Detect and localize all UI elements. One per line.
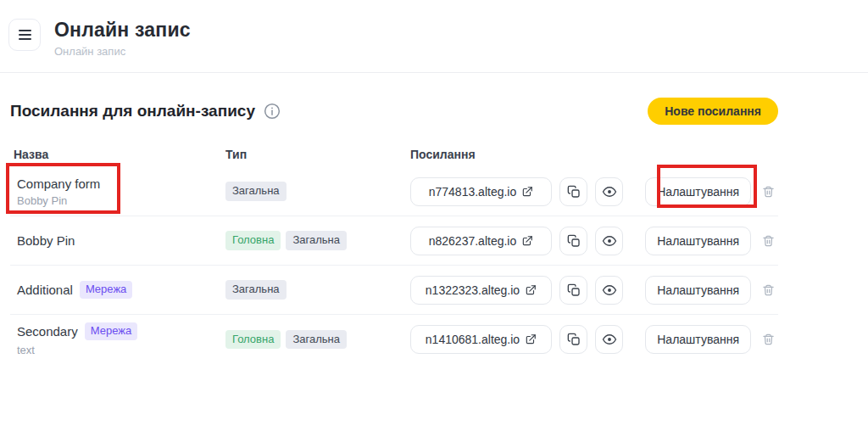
link-name: Bobby Pin [17,233,75,248]
link-url: n774813.alteg.io [429,185,517,199]
link-cell: n774813.alteg.io [410,177,643,206]
link-subtitle: Bobby Pin [17,194,225,207]
settings-button[interactable]: Налаштування [645,227,751,255]
copy-icon [567,234,581,248]
link-cell: n1322323.alteg.io [410,276,643,305]
delete-button[interactable] [762,333,775,346]
copy-icon [567,333,581,346]
online-booking-page: Онлайн запис Онлайн запис Посилання для … [0,0,868,437]
menu-button[interactable] [8,19,41,51]
type-cell: Головна Загальна [225,231,410,250]
link-pill[interactable]: n1322323.alteg.io [410,276,552,305]
column-header-link: Посилання [410,148,476,161]
type-badge: Загальна [225,182,287,201]
type-cell: Головна Загальна [225,330,410,350]
table-row: Company form Bobby Pin Загальна n774813.… [10,167,778,216]
actions-cell: Налаштування [645,276,778,305]
hamburger-icon [19,30,31,31]
link-url: n1410681.alteg.io [426,333,520,346]
copy-button[interactable] [559,177,587,206]
settings-button[interactable]: Налаштування [645,276,751,305]
copy-icon [567,185,581,199]
table-header: Назва Тип Посилання [10,148,778,167]
column-header-type: Тип [225,148,410,161]
settings-button[interactable]: Налаштування [645,325,751,354]
type-badge-main: Головна [225,231,281,250]
eye-button[interactable] [595,325,623,354]
link-url: n1322323.alteg.io [426,283,520,297]
link-name: Secondary [17,324,78,339]
link-name: Additional [17,283,73,297]
name-cell: Secondary Мережа text [10,322,225,356]
section-header: Посилання для онлайн-запису Нове посилан… [10,97,778,126]
page-subtitle: Онлайн запис [54,45,191,58]
column-header-name: Назва [10,148,225,161]
link-url: n826237.alteg.io [429,234,517,248]
settings-button[interactable]: Налаштування [645,177,751,206]
trash-icon [762,333,775,346]
actions-cell: Налаштування [645,177,778,206]
copy-button[interactable] [559,276,587,305]
link-name: Company form [17,176,100,191]
eye-icon [602,233,617,249]
table-row: Bobby Pin Головна Загальна n826237.alteg… [10,216,778,266]
eye-button[interactable] [595,227,623,255]
delete-button[interactable] [762,185,775,199]
table-row: Secondary Мережа text Головна Загальна n… [10,315,778,364]
delete-button[interactable] [762,283,775,297]
delete-button[interactable] [762,234,775,248]
name-cell: Company form Bobby Pin [10,176,225,207]
external-link-icon [525,333,537,345]
top-bar: Онлайн запис Онлайн запис [0,0,868,73]
type-cell: Загальна [225,280,410,300]
new-link-button[interactable]: Нове посилання [648,98,778,125]
link-pill[interactable]: n774813.alteg.io [410,177,552,206]
external-link-icon [525,284,537,296]
table-row: Additional Мережа Загальна n1322323.alte… [10,266,778,315]
actions-cell: Налаштування [645,325,778,354]
link-pill[interactable]: n826237.alteg.io [410,227,552,255]
network-badge: Мережа [80,281,132,299]
external-link-icon [521,235,533,247]
info-icon[interactable] [264,103,281,120]
content: Посилання для онлайн-запису Нове посилан… [10,97,778,364]
trash-icon [762,283,775,297]
link-subtitle: text [17,344,225,356]
trash-icon [762,185,775,199]
copy-icon [567,283,581,297]
actions-cell: Налаштування [645,227,778,255]
name-cell: Bobby Pin [10,233,225,248]
section-title: Посилання для онлайн-запису [10,102,255,120]
page-title-block: Онлайн запис Онлайн запис [54,19,191,58]
copy-button[interactable] [559,227,587,255]
type-badge: Загальна [225,280,287,300]
network-badge: Мережа [85,322,137,340]
eye-icon [602,332,617,347]
link-cell: n1410681.alteg.io [410,325,643,354]
eye-icon [602,283,617,298]
link-cell: n826237.alteg.io [410,227,643,255]
eye-button[interactable] [595,276,623,305]
trash-icon [762,234,775,248]
external-link-icon [521,186,533,198]
type-badge: Загальна [286,231,347,250]
type-cell: Загальна [225,182,410,201]
link-pill[interactable]: n1410681.alteg.io [410,325,552,354]
name-cell: Additional Мережа [10,281,225,299]
type-badge-main: Головна [225,330,281,350]
eye-icon [602,184,617,199]
copy-button[interactable] [559,325,587,354]
type-badge: Загальна [286,330,347,350]
eye-button[interactable] [595,177,623,206]
page-title: Онлайн запис [54,19,191,42]
